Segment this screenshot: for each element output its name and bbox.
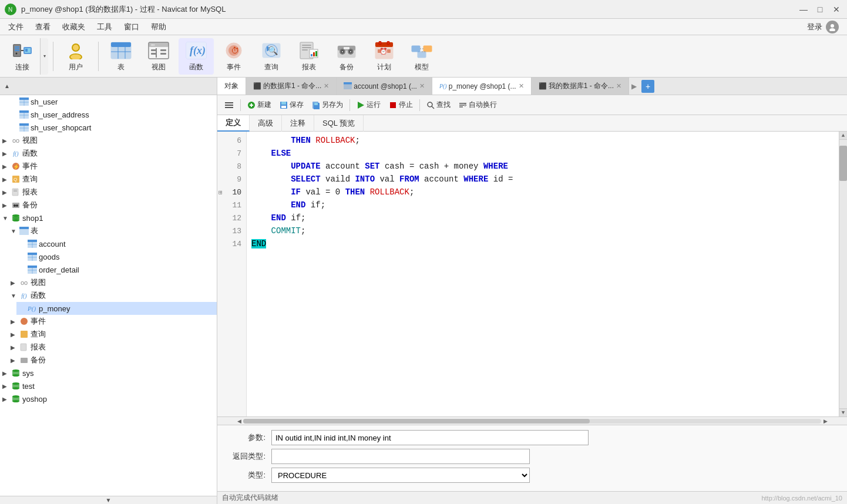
tree-item-shop1-view[interactable]: ▶ oo 视图	[8, 276, 217, 289]
new-button[interactable]: 新建	[244, 98, 275, 113]
svg-rect-44	[302, 49, 308, 51]
report-button[interactable]: 报表	[291, 38, 327, 75]
tree-item-query-group[interactable]: ▶ Q 查询	[0, 173, 217, 186]
svg-rect-104	[28, 253, 37, 255]
menu-tools[interactable]: 工具	[91, 20, 118, 34]
save-as-button[interactable]: 另存为	[308, 98, 347, 113]
tree-item-table-group[interactable]: ▼ 表	[8, 224, 217, 237]
model-button[interactable]: 模型	[404, 38, 439, 75]
sub-tab-sql-preview[interactable]: SQL 预览	[314, 115, 364, 132]
code-content[interactable]: THEN ROLLBACK ; ELSE UPDATE account SE	[247, 132, 839, 416]
tree-item-p-money[interactable]: P() p_money	[16, 302, 217, 315]
tree-label: account	[39, 240, 66, 248]
tree-label: 函数	[31, 290, 46, 301]
find-button[interactable]: 查找	[423, 98, 454, 113]
tree-item-view-group[interactable]: ▶ oo 视图	[0, 134, 217, 147]
h-scroll-track[interactable]	[243, 419, 821, 424]
horizontal-scrollbar[interactable]: ◀ ▶	[217, 416, 847, 425]
code-line-13: COMMIT ;	[247, 224, 839, 237]
tree-item-sys[interactable]: ▶ sys	[0, 367, 217, 379]
tree-item-shop1-report[interactable]: ▶ 报表	[8, 341, 217, 354]
menu-favorites[interactable]: 收藏夹	[56, 20, 91, 34]
scroll-thumb[interactable]	[839, 146, 847, 181]
scroll-up-button[interactable]: ▲	[839, 132, 847, 140]
save-button[interactable]: 保存	[276, 98, 307, 113]
tree-item-sh-user-address[interactable]: sh_user_address	[8, 108, 217, 121]
auto-wrap-button[interactable]: 自动换行	[455, 98, 500, 113]
menu-view[interactable]: 查看	[29, 20, 56, 34]
sub-tab-comment[interactable]: 注释	[282, 115, 314, 132]
login-button[interactable]: 登录	[801, 19, 845, 35]
tab-terminal2[interactable]: ⬛ 我的数据库1 - 命令... ✕	[532, 78, 629, 95]
tree-item-shop1-query[interactable]: ▶ 查询	[8, 328, 217, 341]
table-button[interactable]: 表	[103, 38, 139, 75]
sub-tab-advanced[interactable]: 高级	[250, 115, 282, 132]
tab-overflow-button[interactable]: ▶	[629, 82, 639, 90]
tree-item-order-detail[interactable]: order_detail	[16, 263, 217, 276]
tree-item-test[interactable]: ▶ test	[0, 379, 217, 392]
run-button[interactable]: 运行	[353, 98, 384, 113]
svg-rect-88	[14, 190, 17, 190]
save-label: 保存	[290, 100, 304, 110]
tree-item-sh-user[interactable]: sh_user	[8, 95, 217, 108]
table-group-icon	[19, 226, 29, 236]
tree-item-event-group[interactable]: ▶ ⚡ 事件	[0, 160, 217, 173]
minimize-button[interactable]: —	[798, 4, 809, 15]
query-button[interactable]: ▶ 🔍 查询	[254, 38, 289, 75]
tree-item-report-group[interactable]: ▶ 报表	[0, 186, 217, 199]
plan-button[interactable]: ⏰ 计划	[367, 38, 402, 75]
menu-help[interactable]: 帮助	[145, 20, 172, 34]
close-button[interactable]: ✕	[831, 4, 842, 15]
editor-menu-button[interactable]	[221, 98, 237, 113]
maximize-button[interactable]: □	[814, 4, 826, 15]
connect-dropdown-button[interactable]: ▾	[40, 38, 48, 75]
return-type-input[interactable]	[271, 449, 530, 464]
sub-tab-define[interactable]: 定义	[217, 115, 250, 132]
tab-p-money[interactable]: P() p_money @shop1 (... ✕	[432, 78, 532, 95]
tree-item-backup-group[interactable]: ▶ 备份	[0, 199, 217, 211]
code-editor[interactable]: 6 7 8 9 10 11 12 13 14 THEN ROLLBACK	[217, 132, 847, 416]
sidebar-scroll-up[interactable]: ▲	[2, 83, 12, 89]
tab-close-p-money[interactable]: ✕	[519, 82, 524, 90]
param-input[interactable]	[271, 430, 589, 445]
tree-item-shop1-backup[interactable]: ▶ 备份	[8, 354, 217, 367]
tree-label: 函数	[22, 148, 38, 159]
svg-rect-29	[156, 48, 157, 58]
tab-object[interactable]: 对象	[217, 78, 246, 95]
h-scroll-thumb[interactable]	[243, 419, 590, 424]
menu-file[interactable]: 文件	[2, 20, 29, 34]
function-button[interactable]: f(x) 函数	[179, 38, 214, 75]
scroll-right-button[interactable]: ▶	[821, 418, 829, 424]
tree-label: 事件	[31, 316, 46, 327]
scroll-down-button[interactable]: ▼	[839, 408, 847, 416]
connect-button[interactable]: 连接	[5, 38, 40, 75]
tree-item-shop1-func[interactable]: ▼ f() 函数	[8, 289, 217, 302]
type-select[interactable]: PROCEDURE FUNCTION	[271, 468, 530, 483]
svg-rect-114	[21, 344, 26, 351]
backup-button[interactable]: 备份	[329, 38, 364, 75]
tree-item-func-group[interactable]: ▶ f() 函数	[0, 147, 217, 160]
tab-close-account[interactable]: ✕	[419, 82, 425, 90]
menu-window[interactable]: 窗口	[118, 20, 145, 34]
tab-close-terminal1[interactable]: ✕	[324, 82, 329, 90]
sidebar-scroll-down[interactable]: ▼	[0, 496, 217, 504]
tree-item-goods[interactable]: goods	[16, 250, 217, 263]
tree-item-shop1-event[interactable]: ▶ 事件	[8, 315, 217, 328]
right-panel: 对象 ⬛ 的数据库1 - 命令... ✕ account @shop1 (...…	[217, 78, 847, 504]
tree-label: 查询	[22, 174, 38, 184]
add-tab-button[interactable]: +	[641, 80, 654, 93]
scroll-left-button[interactable]: ◀	[235, 418, 243, 424]
tree-item-yoshop[interactable]: ▶ yoshop	[0, 392, 217, 405]
view-button[interactable]: oo 视图	[141, 38, 176, 75]
stop-button[interactable]: 停止	[385, 98, 416, 113]
tab-close-terminal2[interactable]: ✕	[616, 82, 621, 90]
scroll-track[interactable]	[839, 140, 847, 408]
vertical-scrollbar[interactable]: ▲ ▼	[839, 132, 847, 416]
user-button[interactable]: 用户	[58, 38, 93, 75]
tree-item-sh-user-shopcart[interactable]: sh_user_shopcart	[8, 121, 217, 134]
event-button[interactable]: ⏱ 事件	[216, 38, 251, 75]
tab-account[interactable]: account @shop1 (... ✕	[337, 78, 432, 95]
tree-item-account[interactable]: account	[16, 237, 217, 250]
tab-terminal1[interactable]: ⬛ 的数据库1 - 命令... ✕	[246, 78, 337, 95]
tree-item-shop1[interactable]: ▼ shop1	[0, 211, 217, 224]
